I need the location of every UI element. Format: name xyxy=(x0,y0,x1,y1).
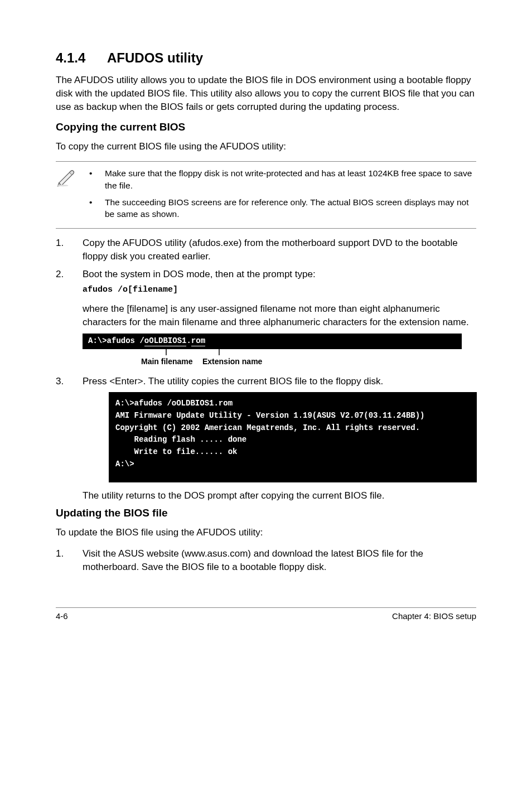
page-footer: 4-6 Chapter 4: BIOS setup xyxy=(56,607,476,621)
section-number: 4.1.4 xyxy=(56,50,107,66)
step-item: 2. Boot the system in DOS mode, then at … xyxy=(56,268,476,296)
svg-point-0 xyxy=(57,185,68,186)
legend-label-main: Main filename xyxy=(141,357,193,366)
bullet-dot: • xyxy=(89,196,105,220)
step-number: 3. xyxy=(56,375,83,388)
terminal-dot: . xyxy=(186,336,191,345)
step-number: 1. xyxy=(56,236,83,263)
copy-intro: To copy the current BIOS file using the … xyxy=(56,140,476,153)
note-block: • Make sure that the floppy disk is not … xyxy=(56,161,476,229)
bullet-dot: • xyxy=(89,167,105,191)
step-item: 1. Copy the AFUDOS utility (afudos.exe) … xyxy=(56,236,476,263)
note-pencil-icon xyxy=(56,165,89,190)
step-number: 2. xyxy=(56,268,83,296)
intro-text: The AFUDOS utility allows you to update … xyxy=(56,74,476,113)
copy-outro: The utility returns to the DOS prompt af… xyxy=(83,489,476,503)
footer-chapter: Chapter 4: BIOS setup xyxy=(392,611,476,621)
terminal-legend: Main filename Extension name xyxy=(83,351,476,368)
terminal-filename: oOLDBIOS1 xyxy=(144,336,187,346)
step-text: Press <Enter>. The utility copies the cu… xyxy=(83,375,476,388)
note-text: Make sure that the floppy disk is not wr… xyxy=(105,167,476,191)
note-item: • The succeeding BIOS screens are for re… xyxy=(89,196,476,220)
step-text: Visit the ASUS website (www.asus.com) an… xyxy=(83,547,476,574)
subheading-update: Updating the BIOS file xyxy=(56,507,476,519)
section-title: AFUDOS utility xyxy=(107,50,203,65)
terminal-output: A:\>afudos /oOLDBIOS1.rom AMI Firmware U… xyxy=(109,392,477,482)
section-heading: 4.1.4AFUDOS utility xyxy=(56,50,476,66)
step-number: 1. xyxy=(56,547,83,574)
terminal-prefix: A:\>afudos / xyxy=(88,336,144,345)
step-item: 1. Visit the ASUS website (www.asus.com)… xyxy=(56,547,476,574)
note-item: • Make sure that the floppy disk is not … xyxy=(89,167,476,191)
where-text: where the [filename] is any user-assigne… xyxy=(83,302,476,329)
footer-page-number: 4-6 xyxy=(56,611,68,621)
subheading-copy: Copying the current BIOS xyxy=(56,121,476,133)
note-text: The succeeding BIOS screens are for refe… xyxy=(105,196,476,220)
step-text: Boot the system in DOS mode, then at the… xyxy=(83,269,316,279)
terminal-ext: rom xyxy=(191,336,205,346)
step-item: 3. Press <Enter>. The utility copies the… xyxy=(56,375,476,388)
step-text: Copy the AFUDOS utility (afudos.exe) fro… xyxy=(83,236,476,263)
update-intro: To update the BIOS file using the AFUDOS… xyxy=(56,526,476,539)
command-text: afudos /o[filename] xyxy=(83,284,476,296)
terminal-output: A:\>afudos /oOLDBIOS1.rom xyxy=(83,334,462,349)
legend-label-ext: Extension name xyxy=(202,357,262,366)
